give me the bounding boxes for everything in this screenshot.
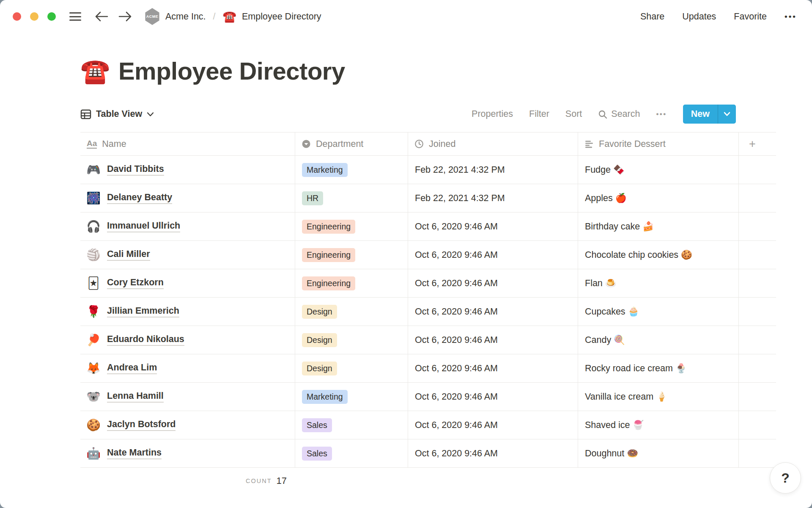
properties-button[interactable]: Properties xyxy=(472,109,513,119)
joined-cell[interactable]: Oct 6, 2020 9:46 AM xyxy=(408,383,578,411)
share-button[interactable]: Share xyxy=(640,11,664,22)
employee-table: Aa Name Department Joined Favorite Desse… xyxy=(80,132,776,494)
department-cell[interactable]: Design xyxy=(295,326,408,354)
department-cell[interactable]: HR xyxy=(295,184,408,212)
joined-cell[interactable]: Oct 6, 2020 9:46 AM xyxy=(408,411,578,439)
close-window-button[interactable] xyxy=(13,12,21,21)
new-button[interactable]: New xyxy=(683,105,718,124)
employee-name-link[interactable]: Lenna Hamill xyxy=(107,391,164,403)
department-cell[interactable]: Marketing xyxy=(295,383,408,411)
dessert-cell[interactable]: Flan 🍮 xyxy=(578,269,739,297)
name-cell[interactable]: 🦊 Andrea Lim xyxy=(80,354,295,382)
zoom-window-button[interactable] xyxy=(47,12,56,21)
question-mark-icon: ? xyxy=(781,470,790,486)
name-cell[interactable]: 🎆 Delaney Beatty xyxy=(80,184,295,212)
joined-cell[interactable]: Feb 22, 2021 4:32 PM xyxy=(408,156,578,184)
employee-name-link[interactable]: Jaclyn Botsford xyxy=(107,419,176,431)
department-cell[interactable]: Engineering xyxy=(295,241,408,269)
dessert-cell[interactable]: Chocolate chip cookies 🍪 xyxy=(578,241,739,269)
table-footer: COUNT 17 xyxy=(80,468,776,494)
name-cell[interactable]: 🎧 Immanuel Ullrich xyxy=(80,213,295,240)
joined-cell[interactable]: Oct 6, 2020 9:46 AM xyxy=(408,298,578,326)
view-toolbar: Table View Properties Filter Sort Search… xyxy=(80,105,736,124)
joined-cell[interactable]: Oct 6, 2020 9:46 AM xyxy=(408,354,578,382)
joined-cell[interactable]: Oct 6, 2020 9:46 AM xyxy=(408,439,578,467)
name-cell[interactable]: 🏐 Cali Miller xyxy=(80,241,295,269)
name-cell[interactable]: 🃏 Cory Etzkorn xyxy=(80,269,295,297)
department-cell[interactable]: Marketing xyxy=(295,156,408,184)
employee-name-link[interactable]: Eduardo Nikolaus xyxy=(107,334,184,346)
name-cell[interactable]: 🐨 Lenna Hamill xyxy=(80,383,295,411)
workspace-logo-icon[interactable]: ACME xyxy=(145,8,160,25)
department-tag: Design xyxy=(302,333,337,347)
view-switcher[interactable]: Table View xyxy=(80,109,154,120)
count-aggregate[interactable]: COUNT 17 xyxy=(80,468,295,494)
forward-arrow-icon[interactable] xyxy=(118,11,132,22)
avatar-emoji-icon: 🎆 xyxy=(86,191,101,205)
joined-value: Oct 6, 2020 9:46 AM xyxy=(415,306,498,317)
name-cell[interactable]: 🎮 David Tibbits xyxy=(80,156,295,184)
column-header-name[interactable]: Aa Name xyxy=(80,133,295,155)
table-row: 🤖 Nate Martins Sales Oct 6, 2020 9:46 AM… xyxy=(80,439,776,468)
search-button[interactable]: Search xyxy=(598,109,640,119)
more-options-icon[interactable]: ••• xyxy=(785,12,797,21)
department-cell[interactable]: Design xyxy=(295,298,408,326)
name-cell[interactable]: 🏓 Eduardo Nikolaus xyxy=(80,326,295,354)
dessert-cell[interactable]: Birthday cake 🍰 xyxy=(578,213,739,240)
joined-value: Oct 6, 2020 9:46 AM xyxy=(415,363,498,374)
dessert-cell[interactable]: Fudge 🍫 xyxy=(578,156,739,184)
chevron-down-icon xyxy=(724,112,730,116)
window-controls xyxy=(13,12,56,21)
employee-name-link[interactable]: Delaney Beatty xyxy=(107,192,172,204)
name-cell[interactable]: 🌹 Jillian Emmerich xyxy=(80,298,295,326)
filter-button[interactable]: Filter xyxy=(529,109,549,119)
minimize-window-button[interactable] xyxy=(30,12,38,21)
joined-cell[interactable]: Oct 6, 2020 9:46 AM xyxy=(408,213,578,240)
employee-name-link[interactable]: Cali Miller xyxy=(107,249,150,261)
employee-name-link[interactable]: Cory Etzkorn xyxy=(107,277,164,289)
breadcrumb-page[interactable]: Employee Directory xyxy=(242,11,321,22)
view-more-options-icon[interactable]: ••• xyxy=(656,110,667,119)
add-column-button[interactable]: + xyxy=(739,133,776,155)
name-cell[interactable]: 🤖 Nate Martins xyxy=(80,439,295,467)
count-value: 17 xyxy=(277,475,287,486)
new-button-dropdown[interactable] xyxy=(718,105,736,124)
department-cell[interactable]: Sales xyxy=(295,411,408,439)
dessert-cell[interactable]: Rocky road ice cream 🍨 xyxy=(578,354,739,382)
help-button[interactable]: ? xyxy=(770,462,801,494)
row-extra-cell xyxy=(739,298,776,326)
breadcrumb-workspace[interactable]: Acme Inc. xyxy=(165,11,206,22)
page-emoji-icon: ☎️ xyxy=(223,10,236,23)
page-title[interactable]: Employee Directory xyxy=(118,57,345,85)
employee-name-link[interactable]: Andrea Lim xyxy=(107,362,157,374)
department-cell[interactable]: Engineering xyxy=(295,269,408,297)
dessert-cell[interactable]: Cupcakes 🧁 xyxy=(578,298,739,326)
dessert-cell[interactable]: Apples 🍎 xyxy=(578,184,739,212)
back-arrow-icon[interactable] xyxy=(95,11,108,22)
name-cell[interactable]: 🍪 Jaclyn Botsford xyxy=(80,411,295,439)
page-title-emoji-icon[interactable]: ☎️ xyxy=(80,59,110,83)
employee-name-link[interactable]: David Tibbits xyxy=(107,164,164,176)
joined-cell[interactable]: Oct 6, 2020 9:46 AM xyxy=(408,269,578,297)
column-header-joined[interactable]: Joined xyxy=(408,133,578,155)
sidebar-menu-icon[interactable] xyxy=(69,12,81,21)
column-header-department[interactable]: Department xyxy=(295,133,408,155)
joined-cell[interactable]: Oct 6, 2020 9:46 AM xyxy=(408,241,578,269)
joined-cell[interactable]: Oct 6, 2020 9:46 AM xyxy=(408,326,578,354)
employee-name-link[interactable]: Jillian Emmerich xyxy=(107,306,179,318)
department-cell[interactable]: Design xyxy=(295,354,408,382)
column-header-favorite-dessert[interactable]: Favorite Dessert xyxy=(578,133,739,155)
employee-name-link[interactable]: Nate Martins xyxy=(107,447,162,459)
joined-cell[interactable]: Feb 22, 2021 4:32 PM xyxy=(408,184,578,212)
dessert-cell[interactable]: Doughnut 🍩 xyxy=(578,439,739,467)
dessert-cell[interactable]: Shaved ice 🍧 xyxy=(578,411,739,439)
sort-button[interactable]: Sort xyxy=(565,109,582,119)
employee-name-link[interactable]: Immanuel Ullrich xyxy=(107,221,180,232)
updates-button[interactable]: Updates xyxy=(682,11,716,22)
dessert-cell[interactable]: Vanilla ice cream 🍦 xyxy=(578,383,739,411)
department-cell[interactable]: Engineering xyxy=(295,213,408,240)
department-cell[interactable]: Sales xyxy=(295,439,408,467)
favorite-button[interactable]: Favorite xyxy=(734,11,767,22)
dessert-value: Shaved ice 🍧 xyxy=(585,420,644,431)
dessert-cell[interactable]: Candy 🍭 xyxy=(578,326,739,354)
